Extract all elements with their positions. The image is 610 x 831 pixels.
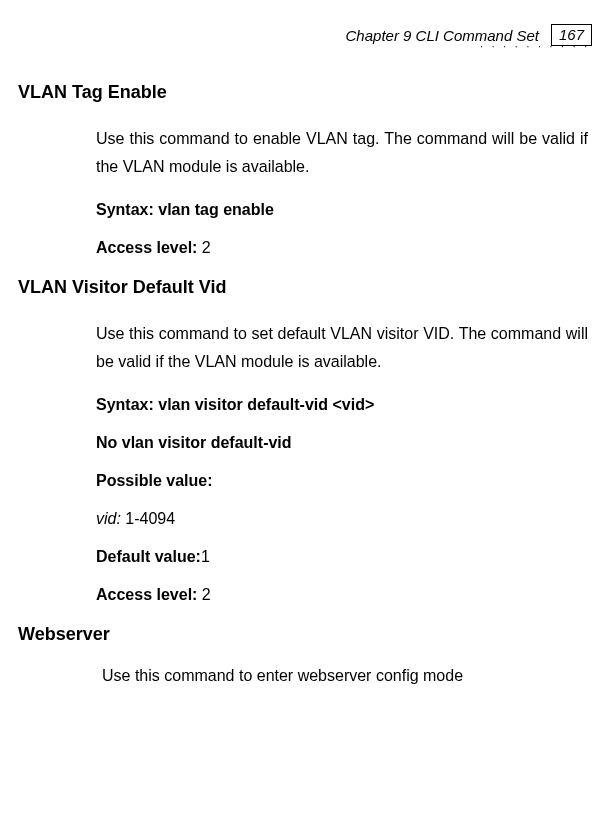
default-value: 1: [201, 548, 210, 565]
access-level-label: Access level:: [96, 239, 202, 256]
default-value-line: Default value:1: [96, 548, 588, 566]
vid-value: 1-4094: [125, 510, 175, 527]
section-title-vlan-tag-enable: VLAN Tag Enable: [18, 82, 592, 103]
webserver-desc: Use this command to enter webserver conf…: [102, 667, 588, 685]
possible-value-label: Possible value:: [96, 472, 588, 490]
vlan-visitor-access: Access level: 2: [96, 586, 588, 604]
default-value-label: Default value:: [96, 548, 201, 565]
page: Chapter 9 CLI Command Set 167 · · · · · …: [0, 0, 610, 831]
vlan-tag-enable-syntax: Syntax: vlan tag enable: [96, 201, 588, 219]
header-dots: · · · · · · · · · ·: [18, 44, 592, 54]
vlan-tag-enable-access: Access level: 2: [96, 239, 588, 257]
vid-label: vid:: [96, 510, 125, 527]
access-level-label: Access level:: [96, 586, 202, 603]
page-header: Chapter 9 CLI Command Set 167 · · · · · …: [18, 24, 592, 54]
access-level-value: 2: [202, 239, 211, 256]
section-title-vlan-visitor-default-vid: VLAN Visitor Default Vid: [18, 277, 592, 298]
section-body-webserver: Use this command to enter webserver conf…: [96, 667, 588, 685]
vid-range: vid: 1-4094: [96, 510, 588, 528]
vlan-tag-enable-desc: Use this command to enable VLAN tag. The…: [96, 125, 588, 181]
section-body-vlan-visitor-default-vid: Use this command to set default VLAN vis…: [96, 320, 588, 604]
vlan-visitor-syntax: Syntax: vlan visitor default-vid <vid>: [96, 396, 588, 414]
section-title-webserver: Webserver: [18, 624, 592, 645]
vlan-visitor-syntax-no: No vlan visitor default-vid: [96, 434, 588, 452]
access-level-value: 2: [202, 586, 211, 603]
section-body-vlan-tag-enable: Use this command to enable VLAN tag. The…: [96, 125, 588, 257]
vlan-visitor-desc: Use this command to set default VLAN vis…: [96, 320, 588, 376]
